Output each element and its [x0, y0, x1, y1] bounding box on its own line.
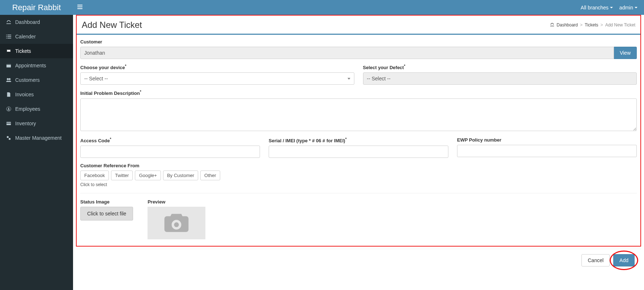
sidebar-item-appointments[interactable]: Appointments	[0, 58, 73, 73]
svg-rect-6	[8, 36, 12, 37]
svg-point-14	[8, 108, 9, 109]
svg-rect-0	[77, 5, 82, 5]
add-button[interactable]: Add	[613, 254, 635, 266]
list-icon	[6, 34, 12, 39]
credit-card-icon	[6, 121, 12, 126]
preview-label: Preview	[148, 199, 205, 205]
defect-select[interactable]: -- Select --	[363, 72, 637, 85]
sidebar-item-customers[interactable]: Customers	[0, 73, 73, 87]
serial-input[interactable]	[269, 146, 448, 158]
ewp-input[interactable]	[457, 145, 637, 157]
svg-point-18	[9, 138, 10, 140]
chevron-down-icon	[347, 78, 350, 80]
brand[interactable]: Repair Rabbit	[0, 3, 73, 12]
sidebar-item-label: Employees	[15, 106, 40, 112]
form-card: Customer Jonathan View Choose your devic…	[77, 34, 640, 246]
svg-rect-10	[7, 64, 11, 65]
sidebar: Dashboard Calender Tickets Appointments …	[0, 15, 73, 272]
sidebar-item-inventory[interactable]: Inventory	[0, 116, 73, 131]
customer-label: Customer	[80, 39, 637, 45]
sidebar-item-master-management[interactable]: Master Management	[0, 131, 73, 145]
sidebar-item-label: Invoices	[15, 92, 34, 97]
cogs-icon	[6, 135, 12, 140]
access-code-label: Access Code*	[80, 137, 260, 143]
footer-actions: Cancel Add	[76, 249, 641, 272]
reference-option-google[interactable]: Google+	[135, 171, 161, 180]
divider	[80, 193, 637, 193]
breadcrumb-dashboard[interactable]: Dashboard	[556, 22, 578, 28]
problem-label: Initial Problem Description*	[80, 90, 637, 96]
svg-rect-3	[6, 35, 7, 35]
serial-label: Serial / IMEI (type * # 06 # for IMEI)*	[269, 137, 448, 143]
reference-option-bycustomer[interactable]: By Customer	[163, 171, 198, 180]
calendar-icon	[6, 63, 12, 68]
sidebar-item-label: Calender	[15, 34, 36, 39]
svg-rect-16	[7, 123, 11, 123]
user-dropdown[interactable]: admin	[619, 5, 637, 10]
svg-point-12	[9, 78, 10, 80]
branch-dropdown[interactable]: All branches	[581, 5, 613, 10]
sidebar-item-tickets[interactable]: Tickets	[0, 44, 73, 58]
file-select-button[interactable]: Click to select file	[80, 207, 133, 220]
reference-options: Facebook Twitter Google+ By Customer Oth…	[80, 171, 637, 180]
camera-icon	[162, 211, 191, 234]
reference-option-facebook[interactable]: Facebook	[80, 171, 109, 180]
branch-label: All branches	[581, 5, 609, 10]
svg-rect-2	[77, 8, 82, 9]
breadcrumb-sep: >	[601, 22, 603, 28]
topbar: Repair Rabbit All branches admin	[0, 0, 644, 15]
ewp-label: EWP Policy number	[457, 137, 637, 143]
sidebar-item-label: Dashboard	[15, 19, 40, 25]
reference-option-other[interactable]: Other	[200, 171, 220, 180]
users-icon	[6, 77, 12, 83]
sidebar-item-invoices[interactable]: Invoices	[0, 87, 73, 102]
file-icon	[6, 92, 12, 97]
reference-label: Customer Reference From	[80, 163, 637, 168]
reference-hint: Click to select	[80, 182, 637, 187]
breadcrumb-sep: >	[580, 22, 583, 28]
defect-select-value: -- Select --	[367, 76, 391, 81]
breadcrumb: Dashboard > Tickets > Add New Ticket	[550, 22, 635, 28]
ticket-icon	[6, 49, 12, 54]
chevron-down-icon	[635, 7, 637, 8]
highlight-frame: Add New Ticket Dashboard > Tickets > Add…	[76, 15, 641, 247]
svg-rect-1	[77, 7, 82, 7]
sidebar-item-label: Inventory	[15, 121, 36, 126]
access-code-input[interactable]	[80, 146, 260, 158]
sidebar-item-label: Appointments	[15, 63, 46, 68]
svg-rect-4	[8, 35, 12, 35]
page-header: Add New Ticket Dashboard > Tickets > Add…	[77, 16, 640, 33]
view-button[interactable]: View	[614, 47, 637, 59]
main-content: Add New Ticket Dashboard > Tickets > Add…	[73, 15, 644, 272]
dashboard-icon	[550, 22, 554, 28]
breadcrumb-current: Add New Ticket	[605, 22, 635, 28]
page-title: Add New Ticket	[82, 20, 142, 30]
svg-point-11	[7, 78, 9, 80]
device-select-value: -- Select --	[84, 76, 108, 81]
svg-rect-8	[8, 38, 12, 39]
problem-textarea[interactable]	[80, 98, 637, 131]
svg-rect-5	[6, 36, 7, 37]
svg-rect-7	[6, 38, 7, 39]
cancel-button[interactable]: Cancel	[581, 254, 610, 266]
user-label: admin	[619, 5, 633, 10]
sidebar-item-employees[interactable]: Employees	[0, 102, 73, 116]
device-select[interactable]: -- Select --	[80, 72, 354, 85]
defect-label: Select your Defect*	[363, 64, 637, 70]
device-label: Choose your device*	[80, 64, 354, 70]
breadcrumb-tickets[interactable]: Tickets	[585, 22, 598, 28]
sidebar-item-label: Customers	[15, 77, 40, 83]
sidebar-item-label: Tickets	[15, 48, 31, 54]
image-preview	[148, 207, 205, 239]
sidebar-item-label: Master Management	[15, 135, 61, 141]
customer-field: Jonathan	[80, 47, 614, 59]
reference-option-twitter[interactable]: Twitter	[111, 171, 133, 180]
menu-toggle-icon[interactable]	[77, 4, 82, 10]
user-circle-icon	[6, 106, 12, 112]
sidebar-item-dashboard[interactable]: Dashboard	[0, 15, 73, 29]
chevron-down-icon	[610, 7, 613, 8]
sidebar-item-calender[interactable]: Calender	[0, 29, 73, 44]
status-image-label: Status Image	[80, 199, 133, 205]
svg-point-17	[7, 136, 9, 138]
dashboard-icon	[6, 20, 12, 25]
